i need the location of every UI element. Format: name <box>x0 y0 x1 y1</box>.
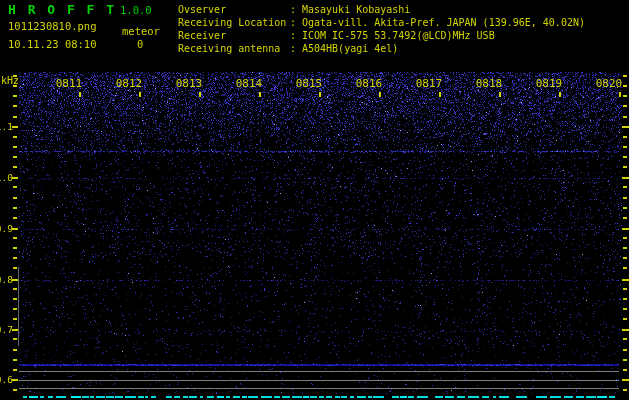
time-label: 0816 <box>356 78 383 89</box>
freq-label: 1.0 <box>0 173 13 183</box>
app-version: 1.0.0 <box>120 5 152 16</box>
info-row-location: Receiving Location:Ogata-vill. Akita-Pre… <box>178 16 585 29</box>
info-label: Receiving antenna <box>178 42 290 55</box>
info-value: ICOM IC-575 53.7492(@LCD)MHz USB <box>302 29 495 42</box>
time-label: 0813 <box>176 78 203 89</box>
meteor-counter-value: 0 <box>137 39 143 50</box>
hrofft-output-screen: H R O F F T 1.0.0 1011230810.png meteor … <box>0 0 629 400</box>
info-value: Masayuki Kobayashi <box>302 3 410 16</box>
observation-datetime: 10.11.23 08:10 <box>8 39 97 50</box>
info-row-receiver: Receiver:ICOM IC-575 53.7492(@LCD)MHz US… <box>178 29 585 42</box>
meteor-counter-label: meteor <box>122 26 160 37</box>
info-value: Ogata-vill. Akita-Pref. JAPAN (139.96E, … <box>302 16 585 29</box>
output-filename: 1011230810.png <box>8 21 97 32</box>
freq-label: 0.8 <box>0 275 13 285</box>
info-value: A504HB(yagi 4el) <box>302 42 398 55</box>
info-row-antenna: Receiving antenna:A504HB(yagi 4el) <box>178 42 585 55</box>
info-row-observer: Ovserver:Masayuki Kobayashi <box>178 3 585 16</box>
info-label: Ovserver <box>178 3 290 16</box>
time-label: 0811 <box>56 78 83 89</box>
app-title: H R O F F T <box>8 3 116 16</box>
time-label: 0817 <box>416 78 443 89</box>
time-label: 0814 <box>236 78 263 89</box>
info-separator: : <box>290 3 296 16</box>
info-separator: : <box>290 16 296 29</box>
freq-label: 1.1 <box>0 122 13 132</box>
info-separator: : <box>290 42 296 55</box>
info-label: Receiver <box>178 29 290 42</box>
freq-label: 0.6 <box>0 375 13 385</box>
info-label: Receiving Location <box>178 16 290 29</box>
time-label: 0812 <box>116 78 143 89</box>
time-label: 0818 <box>476 78 503 89</box>
time-label: 0819 <box>536 78 563 89</box>
info-separator: : <box>290 29 296 42</box>
time-label: 0815 <box>296 78 323 89</box>
freq-label: 0.9 <box>0 224 13 234</box>
y-axis-unit-label: kHz <box>1 76 19 86</box>
time-label: 0820 <box>596 78 623 89</box>
station-info-block: Ovserver:Masayuki Kobayashi Receiving Lo… <box>178 3 585 55</box>
freq-label: 0.7 <box>0 325 13 335</box>
spectrogram-canvas <box>0 0 629 400</box>
